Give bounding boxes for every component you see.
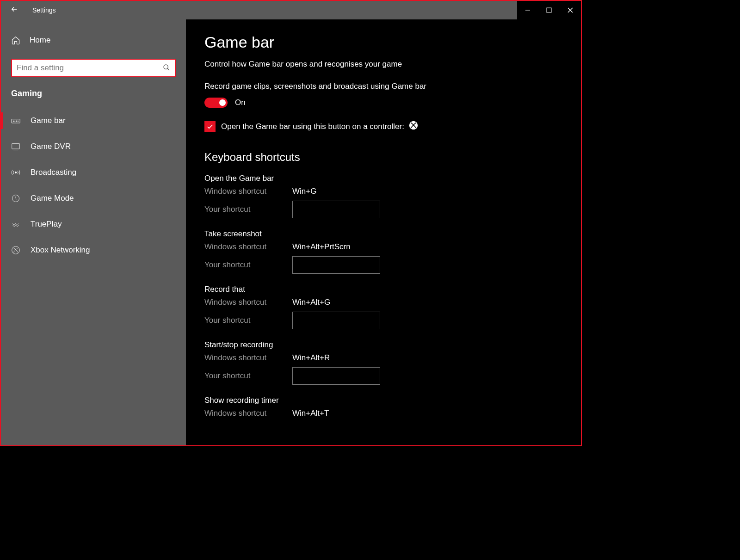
titlebar: Settings	[1, 1, 581, 19]
broadcast-icon	[11, 168, 20, 177]
window-title: Settings	[32, 6, 56, 14]
checkbox-text: Open the Game bar using this button on a…	[221, 122, 404, 131]
dvr-icon	[11, 142, 20, 151]
windows-shortcut-value: Win+Alt+G	[292, 298, 330, 307]
shortcut-take-screenshot: Take screenshot Windows shortcut Win+Alt…	[204, 229, 562, 274]
record-toggle[interactable]	[204, 98, 228, 108]
windows-shortcut-label: Windows shortcut	[204, 242, 292, 252]
search-icon	[163, 64, 170, 73]
sidebar-item-xbox-networking[interactable]: Xbox Networking	[1, 237, 186, 263]
minimize-button[interactable]	[517, 1, 538, 19]
your-shortcut-label: Your shortcut	[204, 260, 292, 270]
gamemode-icon	[11, 194, 20, 203]
svg-rect-2	[12, 119, 20, 123]
home-icon	[11, 36, 20, 45]
sidebar-item-game-bar[interactable]: Game bar	[1, 108, 186, 134]
main-content: Game bar Control how Game bar opens and …	[186, 19, 581, 445]
your-shortcut-label: Your shortcut	[204, 205, 292, 214]
search-input[interactable]	[17, 63, 163, 73]
sidebar-item-game-dvr[interactable]: Game DVR	[1, 134, 186, 160]
windows-shortcut-label: Windows shortcut	[204, 187, 292, 196]
page-desc: Control how Game bar opens and recognise…	[204, 60, 562, 69]
windows-shortcut-label: Windows shortcut	[204, 353, 292, 363]
controller-checkbox[interactable]	[204, 121, 216, 132]
svg-point-3	[13, 121, 14, 122]
windows-shortcut-label: Windows shortcut	[204, 298, 292, 307]
shortcut-name: Open the Game bar	[204, 174, 562, 183]
sidebar-item-trueplay[interactable]: TruePlay	[1, 211, 186, 237]
sidebar-item-label: Game bar	[31, 116, 66, 125]
svg-rect-7	[12, 143, 20, 149]
shortcut-show-recording-timer: Show recording timer Windows shortcut Wi…	[204, 396, 562, 418]
close-button[interactable]	[560, 1, 581, 19]
sidebar-item-broadcasting[interactable]: Broadcasting	[1, 160, 186, 185]
windows-shortcut-value: Win+G	[292, 187, 316, 196]
windows-shortcut-value: Win+Alt+PrtScrn	[292, 242, 351, 252]
svg-rect-0	[547, 8, 551, 12]
sidebar-item-label: Broadcasting	[31, 168, 76, 177]
shortcut-name: Record that	[204, 285, 562, 294]
sidebar-item-label: Game Mode	[31, 194, 74, 203]
your-shortcut-label: Your shortcut	[204, 316, 292, 325]
shortcut-name: Take screenshot	[204, 229, 562, 239]
shortcuts-header: Keyboard shortcuts	[204, 151, 562, 164]
sidebar-item-label: Game DVR	[31, 142, 71, 151]
toggle-state: On	[235, 98, 246, 107]
controller-icon	[11, 116, 20, 125]
xbox-icon	[11, 246, 20, 255]
back-button[interactable]	[10, 5, 18, 16]
shortcut-record-that: Record that Windows shortcut Win+Alt+G Y…	[204, 285, 562, 329]
home-label: Home	[30, 36, 50, 45]
windows-shortcut-value: Win+Alt+R	[292, 353, 330, 363]
svg-point-8	[15, 172, 16, 173]
checkbox-label: Open the Game bar using this button on a…	[221, 121, 418, 132]
section-header: Gaming	[1, 89, 186, 108]
shortcut-name: Start/stop recording	[204, 340, 562, 350]
shortcut-open-game-bar: Open the Game bar Windows shortcut Win+G…	[204, 174, 562, 218]
maximize-button[interactable]	[538, 1, 560, 19]
shortcut-start-stop-recording: Start/stop recording Windows shortcut Wi…	[204, 340, 562, 385]
svg-point-10	[12, 246, 20, 254]
shortcut-name: Show recording timer	[204, 396, 562, 405]
windows-shortcut-label: Windows shortcut	[204, 409, 292, 418]
sidebar-item-label: Xbox Networking	[31, 246, 90, 255]
xbox-button-icon	[409, 121, 418, 132]
sidebar: Home Gaming Game bar Game DVR	[1, 19, 186, 445]
toggle-knob	[219, 99, 226, 106]
your-shortcut-input[interactable]	[292, 201, 380, 218]
your-shortcut-input[interactable]	[292, 312, 380, 329]
trueplay-icon	[11, 220, 20, 229]
sidebar-item-label: TruePlay	[31, 220, 62, 229]
svg-point-6	[18, 121, 18, 122]
sidebar-item-game-mode[interactable]: Game Mode	[1, 185, 186, 211]
svg-point-5	[16, 121, 17, 122]
your-shortcut-input[interactable]	[292, 256, 380, 274]
toggle-label: Record game clips, screenshots and broad…	[204, 82, 562, 91]
windows-shortcut-value: Win+Alt+T	[292, 409, 329, 418]
svg-point-4	[15, 121, 16, 122]
your-shortcut-label: Your shortcut	[204, 371, 292, 381]
your-shortcut-input[interactable]	[292, 367, 380, 385]
page-title: Game bar	[204, 33, 562, 51]
search-box[interactable]	[11, 59, 176, 77]
home-nav[interactable]: Home	[1, 31, 186, 49]
svg-point-1	[164, 65, 168, 69]
